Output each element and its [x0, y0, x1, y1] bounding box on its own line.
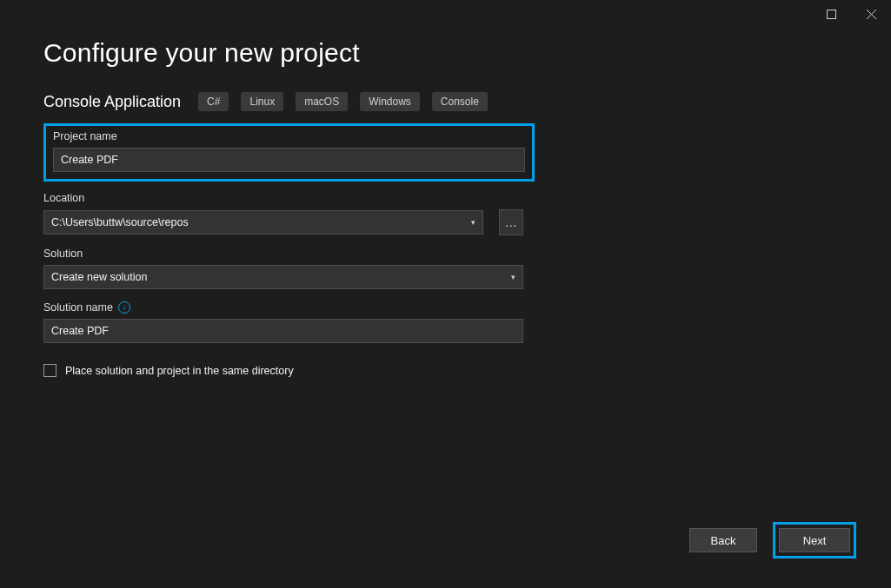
solution-label: Solution — [43, 248, 523, 260]
template-tag: Windows — [360, 92, 420, 111]
back-button[interactable]: Back — [689, 528, 757, 552]
page-title: Configure your new project — [43, 38, 856, 68]
same-directory-checkbox[interactable] — [43, 364, 57, 377]
template-tag: Linux — [241, 92, 283, 111]
chevron-down-icon: ▾ — [511, 273, 515, 281]
next-button[interactable]: Next — [779, 528, 850, 552]
maximize-icon — [827, 10, 836, 19]
location-dropdown[interactable]: C:\Users\buttw\source\repos ▾ — [43, 210, 483, 235]
location-label: Location — [43, 192, 523, 204]
project-name-highlight: Project name — [43, 123, 535, 182]
solution-name-label: Solution name — [43, 301, 113, 314]
chevron-down-icon: ▾ — [471, 218, 475, 227]
template-tag: macOS — [296, 92, 348, 111]
location-value: C:\Users\buttw\source\repos — [51, 216, 189, 228]
window-maximize-button[interactable] — [811, 0, 851, 28]
close-icon — [867, 10, 876, 19]
solution-dropdown[interactable]: Create new solution ▾ — [43, 265, 523, 289]
project-name-label: Project name — [53, 130, 525, 142]
info-icon[interactable]: i — [118, 301, 130, 314]
browse-location-button[interactable]: ... — [499, 209, 523, 235]
solution-name-input[interactable] — [43, 319, 523, 343]
next-button-highlight: Next — [773, 522, 856, 558]
svg-rect-0 — [827, 10, 835, 18]
window-close-button[interactable] — [851, 0, 891, 28]
template-tag: Console — [432, 92, 488, 111]
project-name-input[interactable] — [53, 148, 525, 172]
solution-value: Create new solution — [51, 271, 147, 283]
template-info-row: Console Application C# Linux macOS Windo… — [43, 92, 856, 111]
template-name: Console Application — [43, 93, 181, 111]
template-tag: C# — [198, 92, 229, 111]
same-directory-label: Place solution and project in the same d… — [65, 365, 294, 377]
